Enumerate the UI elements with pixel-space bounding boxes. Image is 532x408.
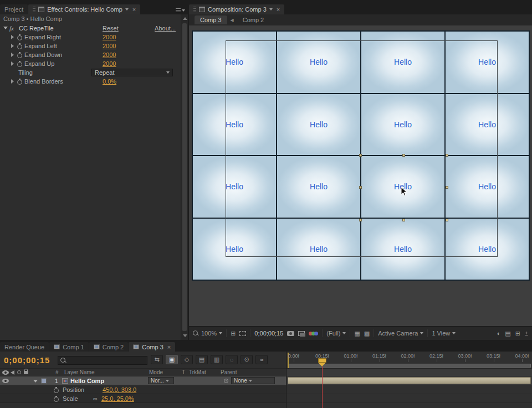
param-value[interactable]: 2000 [103, 33, 116, 42]
tab-render-queue[interactable]: Render Queue [0, 342, 49, 352]
param-value[interactable]: 2000 [103, 42, 116, 50]
tab-comp-3[interactable]: Comp 3 × [129, 342, 175, 352]
expand-triangle-icon[interactable] [11, 44, 14, 48]
lock-column-icon[interactable] [24, 371, 28, 374]
effect-name[interactable]: CC RepeTile [19, 24, 54, 33]
solo-column-icon[interactable] [17, 370, 21, 374]
vertical-scrollbar[interactable] [181, 14, 188, 340]
zoom-dropdown[interactable]: 100% [193, 330, 222, 337]
layer-name[interactable]: Hello Comp [70, 376, 104, 385]
stopwatch-icon[interactable] [17, 61, 22, 66]
current-time-display[interactable]: 0;00;00;15 [4, 355, 50, 365]
safe-zones-icon[interactable]: ⊞ [231, 330, 236, 337]
close-icon[interactable]: × [167, 344, 171, 350]
tab-comp-2[interactable]: Comp 2 [89, 342, 129, 352]
layer-visibility-icon[interactable] [2, 379, 9, 383]
layer-duration-bar[interactable] [288, 377, 531, 384]
parent-pickwhip-icon[interactable] [224, 379, 228, 383]
selection-handle[interactable] [359, 154, 362, 157]
resolution-dropdown[interactable]: (Full) [326, 330, 346, 337]
expand-triangle-icon[interactable] [11, 35, 14, 39]
collapse-triangle-icon[interactable] [3, 27, 8, 29]
scroll-up-icon[interactable] [183, 17, 187, 20]
selection-handle[interactable] [446, 154, 448, 157]
layer-row[interactable]: 1 Hello Comp Nor... None [0, 376, 286, 385]
about-link[interactable]: About... [155, 24, 176, 33]
audio-column-icon[interactable] [11, 370, 14, 375]
subtab-comp-3[interactable]: Comp 3 [195, 16, 227, 24]
param-value[interactable]: 2000 [103, 59, 116, 68]
param-label: Blend Borders [24, 77, 63, 86]
expand-triangle-icon[interactable] [11, 53, 14, 57]
hide-shy-button[interactable]: ▤ [196, 355, 208, 364]
frame-blend-button[interactable]: ▥ [211, 355, 223, 364]
expand-triangle-icon[interactable] [11, 79, 14, 84]
exposure-icon[interactable]: ± [525, 330, 528, 337]
close-icon[interactable]: × [132, 7, 136, 12]
expand-triangle-icon[interactable] [11, 61, 14, 66]
property-row-position[interactable]: Position 450.0, 303.0 [0, 385, 286, 394]
graph-editor-button[interactable]: ≈ [255, 355, 268, 364]
scroll-down-icon[interactable] [183, 334, 187, 337]
active-camera-dropdown[interactable]: Active Camera [378, 330, 423, 337]
grid-guides-icon[interactable]: ▦ [354, 330, 360, 337]
parent-dropdown[interactable]: None [231, 377, 275, 384]
constrain-proportions-icon[interactable]: ∞ [93, 394, 98, 403]
chevron-down-icon[interactable] [269, 8, 273, 11]
snapshot-camera-icon[interactable] [287, 331, 294, 336]
view-layout-dropdown[interactable]: 1 View [432, 330, 456, 337]
blend-mode-dropdown[interactable]: Nor... [148, 377, 174, 384]
stopwatch-icon[interactable] [54, 387, 59, 392]
stopwatch-icon[interactable] [54, 396, 59, 401]
flowchart-icon[interactable]: ⊞ [515, 330, 520, 337]
tiling-dropdown[interactable]: Repeat [91, 69, 173, 76]
show-channels-icon[interactable] [309, 332, 318, 335]
property-row-scale[interactable]: Scale ∞ 25.0, 25.0% [0, 394, 286, 403]
timeline-button-icon[interactable]: ▤ [505, 330, 510, 337]
layer-expand-icon[interactable] [33, 380, 38, 383]
draft-3d-button[interactable]: ◇ [181, 355, 193, 364]
stopwatch-icon[interactable] [17, 34, 22, 40]
region-of-interest-icon[interactable] [239, 331, 246, 336]
tab-back-arrow-icon[interactable]: ◀ [231, 18, 234, 23]
time-ruler[interactable]: 0:00f00:15f01:00f01:15f02:00f02:15f03:00… [287, 352, 532, 369]
eye-column-icon[interactable] [2, 370, 9, 375]
selection-handle[interactable] [359, 186, 362, 189]
scrollbar-thumb[interactable] [182, 23, 187, 331]
param-value[interactable]: 0.0% [103, 77, 116, 86]
selection-handle[interactable] [446, 219, 448, 221]
show-snapshot-icon[interactable] [298, 331, 305, 336]
reset-button[interactable]: Reset [103, 24, 119, 33]
selection-handle[interactable] [402, 154, 405, 157]
transparency-grid-icon[interactable]: ▩ [364, 330, 370, 337]
property-value[interactable]: 450.0, 303.0 [103, 385, 136, 394]
tab-project[interactable]: Project [0, 4, 28, 14]
selection-handle[interactable] [402, 219, 405, 221]
comp-grid[interactable]: HelloHelloHelloHelloHelloHelloHelloHello… [192, 30, 530, 281]
timeline-search-box[interactable] [58, 356, 147, 365]
tab-comp-1[interactable]: Comp 1 [49, 342, 89, 352]
close-icon[interactable]: × [277, 7, 280, 12]
stopwatch-icon[interactable] [17, 43, 22, 49]
auto-keyframe-button[interactable]: ⊙ [241, 355, 253, 364]
layer-label-chip[interactable] [41, 378, 47, 384]
param-value[interactable]: 2000 [103, 50, 116, 59]
comp-mini-flowchart-button[interactable]: ⇆ [151, 355, 163, 364]
chevron-down-icon[interactable] [125, 8, 129, 11]
viewer-timecode[interactable]: 0;00;00;15 [254, 330, 283, 337]
live-update-button[interactable]: ▣ [166, 355, 178, 364]
tab-effect-controls[interactable]: Effect Controls: Hello Comp × [28, 4, 140, 14]
fast-previews-icon[interactable]: ◐ [497, 330, 501, 337]
selection-handle[interactable] [446, 186, 448, 189]
subtab-comp-2[interactable]: Comp 2 [237, 16, 270, 24]
current-time-indicator[interactable] [322, 366, 323, 408]
tab-composition[interactable]: Composition: Comp 3 × [189, 4, 284, 14]
panel-menu-icon[interactable] [176, 8, 185, 12]
selection-handle[interactable] [359, 219, 362, 221]
stopwatch-icon[interactable] [17, 79, 22, 84]
motion-blur-button[interactable]: ◌ [226, 355, 238, 364]
property-value[interactable]: 25.0, 25.0% [101, 394, 134, 403]
playhead[interactable] [318, 358, 326, 363]
search-input[interactable] [69, 357, 145, 364]
stopwatch-icon[interactable] [17, 52, 22, 58]
